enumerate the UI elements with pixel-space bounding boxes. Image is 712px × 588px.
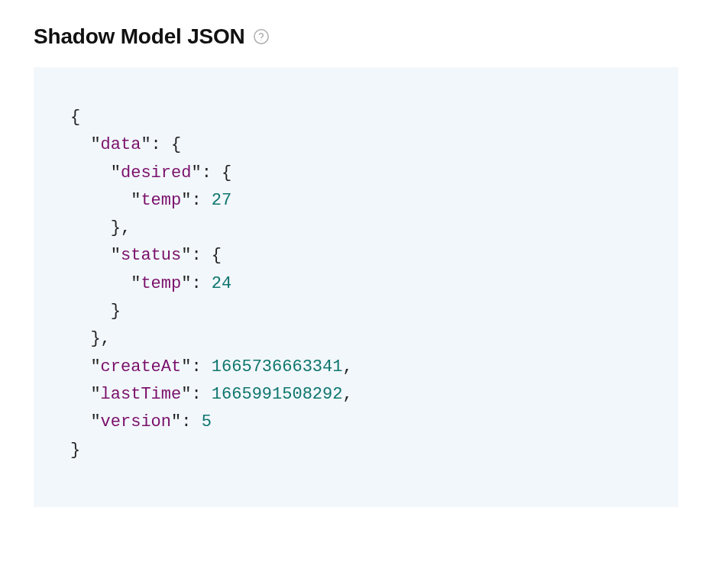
json-value-desired-temp: 27 (212, 191, 231, 210)
json-key-lasttime: lastTime (101, 385, 182, 404)
json-key-temp-desired: temp (141, 191, 181, 210)
json-content: { "data": { "desired": { "temp": 27 }, "… (70, 104, 642, 464)
svg-point-0 (254, 30, 267, 44)
help-icon[interactable] (253, 28, 270, 45)
json-value-createat: 1665736663341 (212, 357, 343, 376)
json-key-desired: desired (121, 163, 191, 183)
json-key-temp-status: temp (141, 274, 181, 293)
section-header: Shadow Model JSON (34, 24, 678, 49)
json-key-version: version (101, 412, 171, 431)
json-value-version: 5 (202, 412, 212, 431)
json-value-status-temp: 24 (212, 274, 231, 293)
json-code-panel: { "data": { "desired": { "temp": 27 }, "… (34, 67, 678, 507)
section-title: Shadow Model JSON (34, 24, 245, 49)
json-value-lasttime: 1665991508292 (212, 385, 343, 404)
json-key-status: status (121, 246, 181, 265)
json-key-createat: createAt (101, 357, 182, 376)
svg-point-1 (261, 40, 261, 40)
json-key-data: data (101, 135, 141, 154)
